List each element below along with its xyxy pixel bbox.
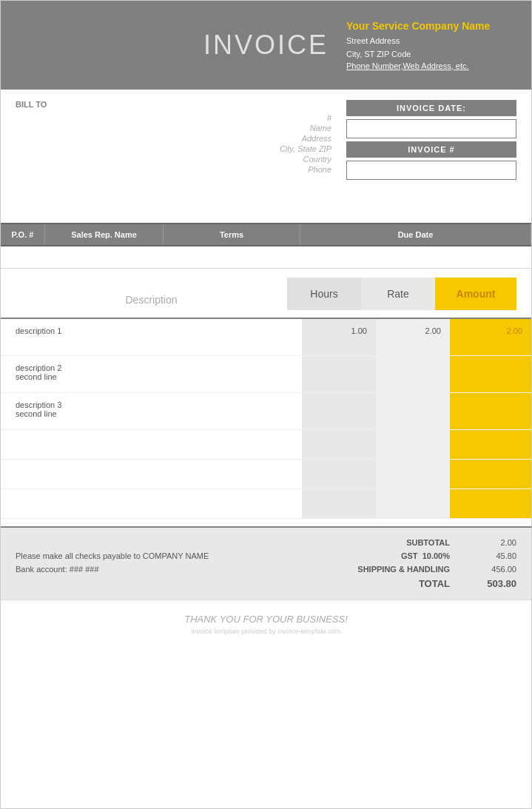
th-terms: Terms bbox=[164, 224, 300, 245]
item-rate-empty bbox=[376, 430, 450, 459]
watermark-text: invoice template provided by invoice-tem… bbox=[14, 628, 518, 635]
table-row: description 3 second line bbox=[1, 393, 531, 430]
col-rate: Rate bbox=[361, 278, 435, 310]
item-desc-empty bbox=[1, 460, 302, 489]
col-hours: Hours bbox=[287, 278, 361, 310]
table-row-empty bbox=[1, 430, 531, 460]
item-hours-empty bbox=[302, 489, 376, 518]
table-header-row: P.O. # Sales Rep. Name Terms Due Date bbox=[1, 223, 531, 246]
item-hours-empty bbox=[302, 430, 376, 459]
thank-you-text: THANK YOU FOR YOUR BUSINESS! bbox=[14, 614, 518, 625]
gst-row: Please make all checks payable to COMPAN… bbox=[16, 551, 516, 560]
item-desc-empty bbox=[1, 430, 302, 459]
item-rate-empty bbox=[376, 460, 450, 489]
item-desc-empty bbox=[1, 489, 302, 518]
invoice-date-input[interactable] bbox=[346, 119, 516, 138]
items-column-header: Description Hours Rate Amount bbox=[1, 269, 531, 318]
th-sales-rep: Sales Rep. Name bbox=[45, 224, 164, 245]
footer-note1: Please make all checks payable to COMPAN… bbox=[16, 551, 346, 560]
company-city: City, ST ZIP Code bbox=[346, 48, 516, 61]
gst-value: 45.80 bbox=[465, 551, 516, 560]
company-contact: Phone Number,Web Address, etc. bbox=[346, 61, 516, 70]
col-amount: Amount bbox=[435, 278, 516, 310]
item-desc-2: description 2 second line bbox=[1, 356, 302, 392]
item-desc-3: description 3 second line bbox=[1, 393, 302, 429]
total-value: 503.80 bbox=[465, 578, 516, 589]
bill-name: Name bbox=[23, 124, 346, 132]
footer-section: SUBTOTAL 2.00 Please make all checks pay… bbox=[1, 528, 531, 600]
invoice-number-label: INVOICE # bbox=[346, 141, 516, 158]
shipping-label: SHIPPING & HANDLING bbox=[346, 565, 465, 574]
shipping-row: Bank account: ### ### SHIPPING & HANDLIN… bbox=[16, 565, 516, 574]
bill-country: Country bbox=[23, 155, 346, 164]
item-hours-3 bbox=[302, 393, 376, 429]
bill-phone: Phone bbox=[23, 165, 346, 174]
item-hours-empty bbox=[302, 460, 376, 489]
col-description: Description bbox=[16, 294, 287, 310]
item-hours-2 bbox=[302, 356, 376, 392]
item-hours-1: 1.00 bbox=[302, 319, 376, 355]
item-amount-empty bbox=[450, 430, 531, 459]
item-desc-1: description 1 bbox=[1, 319, 302, 355]
item-amount-2 bbox=[450, 356, 531, 392]
po-row-input-area[interactable] bbox=[1, 246, 531, 269]
invoice-header: INVOICE Your Service Company Name Street… bbox=[1, 1, 531, 90]
shipping-value: 456.00 bbox=[465, 565, 516, 574]
subtotal-label: SUBTOTAL bbox=[346, 538, 465, 547]
item-amount-empty bbox=[450, 489, 531, 518]
thank-you-section: THANK YOU FOR YOUR BUSINESS! invoice tem… bbox=[1, 600, 531, 648]
subtotal-right: SUBTOTAL 2.00 bbox=[346, 538, 516, 547]
item-rate-2 bbox=[376, 356, 450, 392]
subtotal-value: 2.00 bbox=[465, 538, 516, 547]
item-rate-empty bbox=[376, 489, 450, 518]
bill-to-fields: # Name Address City, State ZIP Country P… bbox=[16, 113, 346, 174]
bill-number: # bbox=[23, 113, 346, 122]
th-po: P.O. # bbox=[1, 224, 45, 245]
bill-to-block: BILL TO # Name Address City, State ZIP C… bbox=[16, 100, 346, 215]
total-row: TOTAL 503.80 bbox=[16, 578, 516, 589]
table-row: description 1 1.00 2.00 2.00 bbox=[1, 319, 531, 356]
item-amount-empty bbox=[450, 460, 531, 489]
item-amount-3 bbox=[450, 393, 531, 429]
items-body: description 1 1.00 2.00 2.00 description… bbox=[1, 319, 531, 526]
bill-city-state-zip: City, State ZIP bbox=[23, 144, 346, 153]
bill-section: BILL TO # Name Address City, State ZIP C… bbox=[1, 90, 531, 223]
invoice-info-block: INVOICE DATE: INVOICE # bbox=[346, 100, 516, 215]
invoice-number-input[interactable] bbox=[346, 161, 516, 180]
table-row-empty bbox=[1, 489, 531, 519]
gst-right: GST 10.00% 45.80 bbox=[346, 551, 516, 560]
company-info: Your Service Company Name Street Address… bbox=[346, 20, 516, 70]
footer-note2: Bank account: ### ### bbox=[16, 565, 346, 574]
invoice-date-label: INVOICE DATE: bbox=[346, 100, 516, 116]
total-label: TOTAL bbox=[346, 578, 465, 589]
item-rate-1: 2.00 bbox=[376, 319, 450, 355]
subtotal-row: SUBTOTAL 2.00 bbox=[16, 538, 516, 547]
table-row-empty bbox=[1, 460, 531, 489]
item-rate-3 bbox=[376, 393, 450, 429]
bill-to-label: BILL TO bbox=[16, 100, 346, 109]
shipping-right: SHIPPING & HANDLING 456.00 bbox=[346, 565, 516, 574]
item-amount-1: 2.00 bbox=[450, 319, 531, 355]
company-name: Your Service Company Name bbox=[346, 20, 516, 32]
bill-address: Address bbox=[23, 134, 346, 143]
th-due-date: Due Date bbox=[300, 224, 531, 245]
table-row: description 2 second line bbox=[1, 356, 531, 393]
invoice-title: INVOICE bbox=[186, 30, 346, 61]
gst-label: GST 10.00% bbox=[346, 551, 465, 560]
company-street: Street Address bbox=[346, 35, 516, 48]
